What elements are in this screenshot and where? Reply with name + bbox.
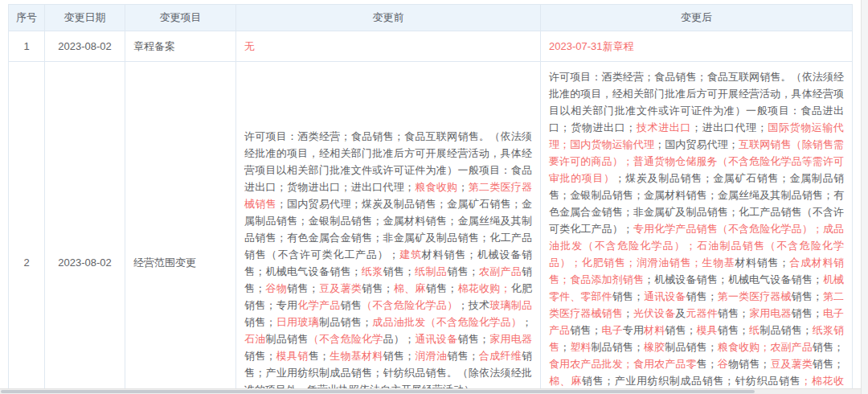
table-header-row: 序号 变更日期 变更项目 变更前 变更后 [9, 5, 853, 31]
change-records-table: 序号 变更日期 变更项目 变更前 变更后 1 2023-08-02 章程备案 无… [8, 4, 853, 388]
cell-change-date: 2023-08-02 [45, 31, 125, 62]
column-header-seq: 序号 [9, 5, 45, 31]
cell-after-change: 2023-07-31新章程 [541, 31, 853, 62]
page-background-strip [861, 0, 868, 394]
cell-change-item: 经营范围变更 [125, 62, 236, 389]
horizontal-scrollbar-thumb[interactable] [1, 390, 755, 393]
column-header-change-item: 变更项目 [125, 5, 236, 31]
cell-before-change: 许可项目：酒类经营；食品销售；食品互联网销售。（依法须经批准的项目，经相关部门批… [236, 62, 541, 389]
table-row: 2 2023-08-02 经营范围变更 许可项目：酒类经营；食品销售；食品互联网… [9, 62, 853, 389]
column-header-after-change: 变更后 [541, 5, 853, 31]
column-header-change-date: 变更日期 [45, 5, 125, 31]
column-header-before-change: 变更前 [236, 5, 541, 31]
cell-after-change: 许可项目：酒类经营；食品销售；食品互联网销售。（依法须经批准的项目，经相关部门批… [541, 62, 853, 389]
change-records-table-grid: 序号 变更日期 变更项目 变更前 变更后 1 2023-08-02 章程备案 无… [8, 4, 853, 388]
horizontal-scrollbar[interactable] [0, 388, 861, 394]
cell-change-item: 章程备案 [125, 31, 236, 62]
table-row: 1 2023-08-02 章程备案 无 2023-07-31新章程 [9, 31, 853, 62]
cell-change-date: 2023-08-02 [45, 62, 125, 389]
cell-before-change: 无 [236, 31, 541, 62]
cell-seq: 2 [9, 62, 45, 389]
cell-seq: 1 [9, 31, 45, 62]
